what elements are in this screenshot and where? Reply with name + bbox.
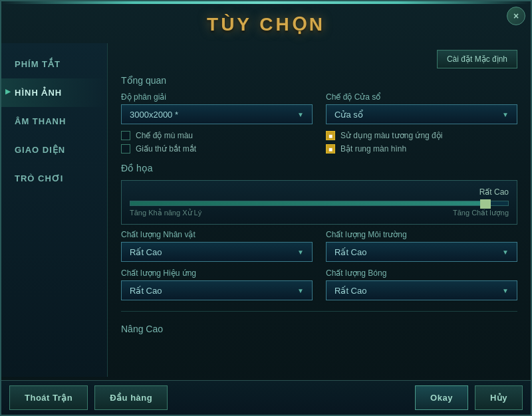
env-quality-arrow: ▼ [502, 249, 509, 256]
slider-quality-label: Rất Cao [130, 187, 509, 197]
shadow-quality-select[interactable]: Rất Cao ▼ [326, 280, 517, 300]
checkbox-check-screen-shake: ■ [329, 146, 332, 153]
default-settings-button[interactable]: Cài đặt Mặc định [437, 50, 517, 68]
checkbox-screen-shake[interactable]: ■ Bật rung màn hình [326, 144, 517, 154]
sidebar-item-giao-dien[interactable]: GIAO DIỆN [1, 136, 107, 164]
fx-quality-arrow: ▼ [297, 287, 304, 294]
fx-quality-value: Rất Cao [130, 286, 162, 296]
fx-quality-select[interactable]: Rất Cao ▼ [121, 280, 313, 300]
main-layout: PHÍM TẮT HÌNH ẢNH ÂM THANH GIAO DIỆN TRÒ… [1, 43, 531, 377]
resolution-row: Độ phân giải 3000x2000 * ▼ Chế độ Cửa sổ… [121, 92, 517, 124]
resolution-dropdown-arrow: ▼ [297, 111, 304, 118]
checkbox-color-blind[interactable]: Chế độ mù màu [121, 131, 313, 140]
close-button[interactable]: × [507, 7, 525, 25]
graphics-slider-fill [130, 201, 489, 205]
char-quality-select[interactable]: Rất Cao ▼ [121, 242, 313, 262]
env-quality-select[interactable]: Rất Cao ▼ [326, 242, 517, 262]
resolution-label: Độ phân giải [121, 92, 313, 102]
checkbox-box-hide-mouse [121, 144, 130, 154]
sidebar-item-am-thanh[interactable]: ÂM THANH [1, 107, 107, 136]
checkbox-box-screen-shake: ■ [326, 144, 335, 154]
fx-quality-label: Chất lượng Hiệu ứng [121, 268, 313, 278]
checkbox-label-color-blind: Chế độ mù màu [136, 131, 193, 140]
close-icon: × [513, 11, 519, 21]
resolution-value: 3000x2000 * [130, 110, 178, 120]
window-mode-dropdown-arrow: ▼ [502, 111, 509, 118]
checkbox-label-team-color: Sử dụng màu tương ứng đội [340, 131, 442, 140]
checkbox-box-color-blind [121, 131, 130, 140]
checkbox-hide-mouse[interactable]: Giấu thứ bắt mắt [121, 144, 313, 154]
checkbox-label-screen-shake: Bật rung màn hình [340, 144, 406, 154]
slider-right-label: Tăng Chất lượng [453, 209, 509, 217]
bottom-bar: Thoát Trận Đầu hàng Okay Hủy [1, 380, 531, 415]
char-quality-label: Chất lượng Nhân vật [121, 230, 313, 239]
env-quality-label: Chất lượng Môi trường [326, 230, 517, 239]
window-mode-value: Cửa sổ [334, 110, 363, 120]
checkbox-check-team-color: ■ [329, 132, 332, 140]
graphics-section-title: Đồ họa [121, 163, 517, 173]
resolution-field: Độ phân giải 3000x2000 * ▼ [121, 92, 313, 124]
okay-button[interactable]: Okay [415, 385, 468, 410]
resolution-select[interactable]: 3000x2000 * ▼ [121, 104, 313, 124]
dau-hang-button[interactable]: Đầu hàng [94, 385, 168, 410]
shadow-quality-field: Chất lượng Bóng Rất Cao ▼ [326, 268, 517, 300]
env-quality-value: Rất Cao [334, 247, 366, 257]
window-mode-label: Chế độ Cửa sổ [326, 92, 517, 102]
checkbox-team-color[interactable]: ■ Sử dụng màu tương ứng đội [326, 131, 517, 140]
sidebar-item-hinh-anh[interactable]: HÌNH ẢNH [1, 78, 107, 107]
char-quality-arrow: ▼ [297, 249, 304, 256]
thoat-tran-button[interactable]: Thoát Trận [9, 385, 88, 410]
graphics-slider-thumb [480, 199, 491, 209]
main-container: × TÙY CHỌN PHÍM TẮT HÌNH ẢNH ÂM THANH GI… [0, 0, 532, 416]
shadow-quality-arrow: ▼ [502, 287, 509, 294]
char-quality-field: Chất lượng Nhân vật Rất Cao ▼ [121, 230, 313, 262]
advanced-section-title: Nâng Cao [121, 324, 517, 334]
char-quality-value: Rất Cao [130, 247, 162, 257]
quality-grid: Chất lượng Nhân vật Rất Cao ▼ Chất lượng… [121, 230, 517, 300]
graphics-slider-container: Rất Cao Tăng Khả năng Xử Lý Tăng Chất lư… [121, 180, 517, 225]
graphics-slider-track[interactable] [130, 201, 509, 206]
checkbox-box-team-color: ■ [326, 131, 335, 140]
shadow-quality-label: Chất lượng Bóng [326, 268, 517, 278]
content-area: Cài đặt Mặc định Tổng quan Độ phân giải … [108, 43, 531, 377]
page-title: TÙY CHỌN [1, 1, 531, 41]
window-mode-select[interactable]: Cửa sổ ▼ [326, 104, 517, 124]
sidebar: PHÍM TẮT HÌNH ẢNH ÂM THANH GIAO DIỆN TRÒ… [1, 43, 108, 377]
window-mode-field: Chế độ Cửa sổ Cửa sổ ▼ [326, 92, 517, 124]
overview-section-title: Tổng quan [121, 75, 517, 86]
sidebar-item-tro-choi[interactable]: TRÒ CHƠI [1, 164, 107, 193]
graphics-section: Đồ họa Rất Cao Tăng Khả năng Xử Lý Tăng … [121, 163, 517, 300]
advanced-section: Nâng Cao [121, 311, 517, 334]
checkbox-label-hide-mouse: Giấu thứ bắt mắt [136, 144, 196, 154]
slider-labels: Tăng Khả năng Xử Lý Tăng Chất lượng [130, 209, 509, 217]
checkbox-row: Chế độ mù màu ■ Sử dụng màu tương ứng độ… [121, 131, 517, 154]
shadow-quality-value: Rất Cao [334, 286, 366, 296]
sidebar-item-phim-tat[interactable]: PHÍM TẮT [1, 50, 107, 78]
env-quality-field: Chất lượng Môi trường Rất Cao ▼ [326, 230, 517, 262]
top-decoration [1, 1, 531, 4]
slider-left-label: Tăng Khả năng Xử Lý [130, 209, 201, 217]
huy-button[interactable]: Hủy [475, 385, 523, 410]
fx-quality-field: Chất lượng Hiệu ứng Rất Cao ▼ [121, 268, 313, 300]
